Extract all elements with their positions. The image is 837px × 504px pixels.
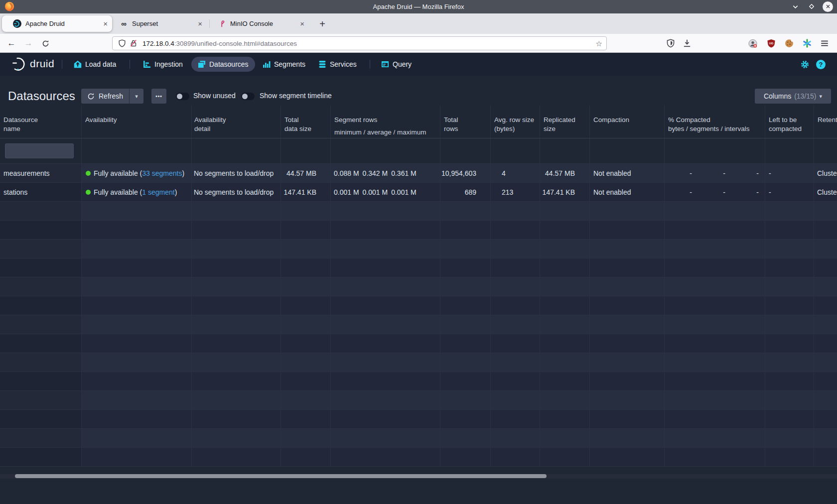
table-row-empty <box>0 221 837 240</box>
tab-minio-console[interactable]: MinIO Console × <box>211 15 309 32</box>
show-unused-label: Show unused <box>193 90 236 101</box>
horizontal-scrollbar-thumb[interactable] <box>15 474 547 478</box>
header-total-data-size[interactable]: Totaldata size <box>281 105 331 138</box>
druid-logo-icon <box>12 56 27 71</box>
cell-compaction: Not enabled <box>590 183 665 201</box>
extension-asterisk-icon[interactable] <box>803 39 812 48</box>
minio-favicon-icon <box>218 19 226 28</box>
ublock-origin-icon[interactable]: UO <box>767 39 776 48</box>
ingestion-icon <box>143 60 151 68</box>
window-close-icon[interactable] <box>823 1 833 12</box>
filter-cell <box>192 138 281 163</box>
refresh-icon <box>87 93 95 100</box>
cookie-icon[interactable] <box>785 39 794 48</box>
nav-item-label: Load data <box>85 60 116 68</box>
tab-label: Apache Druid <box>25 20 65 27</box>
cell-retention: Cluster default <box>814 183 837 201</box>
protections-shield-icon[interactable] <box>666 39 675 48</box>
table-row-empty <box>0 258 837 277</box>
nav-item-ingestion[interactable]: Ingestion <box>137 57 189 72</box>
table-row-measurements[interactable]: measurements Fully available (33 segment… <box>0 164 837 183</box>
new-tab-button[interactable]: + <box>316 17 329 30</box>
cell-availability-detail: No segments to load/drop <box>192 183 281 201</box>
datasources-icon <box>198 60 206 68</box>
cell-datasource-name[interactable]: stations <box>0 183 82 201</box>
filter-cell <box>814 138 837 163</box>
cell-replicated-size: 147.41 KB <box>540 183 590 201</box>
cell-left-to-compact: - <box>765 183 814 201</box>
filter-cell <box>540 138 590 163</box>
table-row-empty <box>0 315 837 334</box>
nav-item-datasources[interactable]: Datasources <box>191 57 255 72</box>
segments-link[interactable]: 33 segments <box>142 169 182 177</box>
more-actions-button[interactable]: ••• <box>151 89 166 104</box>
insecure-lock-icon[interactable] <box>130 39 138 47</box>
nav-item-load-data[interactable]: Load data <box>67 57 123 72</box>
settings-gear-icon[interactable] <box>800 60 810 69</box>
table-row-empty <box>0 410 837 429</box>
available-status-dot <box>86 190 91 195</box>
header-left-to-compact[interactable]: Left to becompacted <box>765 105 814 138</box>
superset-favicon-icon: ∞ <box>120 19 128 28</box>
svg-text:UO: UO <box>769 42 774 45</box>
tab-superset[interactable]: ∞ Superset × <box>113 15 207 32</box>
filter-cell <box>440 138 491 163</box>
header-compaction[interactable]: Compaction <box>590 105 665 138</box>
window-maximize-icon[interactable] <box>806 1 817 12</box>
help-icon[interactable]: ? <box>816 60 826 69</box>
back-icon[interactable]: ← <box>4 34 19 53</box>
table-row-empty <box>0 277 837 296</box>
header-replicated-size[interactable]: Replicatedsize <box>540 105 590 138</box>
window-titlebar: Apache Druid — Mozilla Firefox <box>0 0 837 13</box>
columns-button[interactable]: Columns (13/15) ▾ <box>755 89 831 104</box>
header-total-rows[interactable]: Totalrows <box>440 105 491 138</box>
header-retention[interactable]: Retention <box>814 105 837 138</box>
tab-apache-druid[interactable]: Apache Druid × <box>2 15 112 32</box>
forward-icon[interactable]: → <box>21 34 36 53</box>
datasources-table: Datasourcename Availability Availability… <box>0 105 837 474</box>
header-availability-detail[interactable]: Availabilitydetail <box>192 105 281 138</box>
header-availability[interactable]: Availability <box>82 105 192 138</box>
cell-avg-row-size: 4 <box>491 164 540 182</box>
window-minimize-icon[interactable] <box>790 1 801 12</box>
header-segment-rows[interactable]: Segment rowsminimum / average / maximum <box>331 105 440 138</box>
druid-nav-bar: druid Load data Ingestion Datasources Se… <box>0 53 837 76</box>
refresh-dropdown-button[interactable]: ▾ <box>129 89 143 104</box>
table-row-empty <box>0 448 837 467</box>
cell-segment-rows: 0.001 M0.001 M0.001 M <box>331 183 440 201</box>
filter-cell <box>281 138 331 163</box>
segments-link[interactable]: 1 segment <box>142 188 174 196</box>
account-blocked-icon[interactable] <box>748 39 757 48</box>
header-avg-row-size[interactable]: Avg. row size(bytes) <box>491 105 540 138</box>
druid-logo[interactable]: druid <box>12 56 54 71</box>
nav-item-segments[interactable]: Segments <box>256 57 312 72</box>
table-empty-rows <box>0 202 837 467</box>
nav-item-label: Ingestion <box>154 60 183 68</box>
columns-count: (13/15) <box>794 92 816 100</box>
header-datasource-name[interactable]: Datasourcename <box>0 105 82 138</box>
table-row-stations[interactable]: stations Fully available (1 segment) No … <box>0 183 837 202</box>
filter-cell <box>590 138 665 163</box>
show-segment-timeline-toggle[interactable] <box>241 93 255 100</box>
tab-close-icon[interactable]: × <box>198 20 202 27</box>
downloads-icon[interactable] <box>683 39 692 48</box>
header-pct-compacted[interactable]: % Compactedbytes / segments / intervals <box>665 105 765 138</box>
cell-replicated-size: 44.57 MB <box>540 164 590 182</box>
refresh-button[interactable]: Refresh ▾ <box>81 89 143 104</box>
url-text[interactable]: 172.18.0.4:30899/unified-console.html#da… <box>142 40 297 47</box>
nav-item-query[interactable]: Query <box>375 57 418 72</box>
menu-hamburger-icon[interactable] <box>820 39 829 48</box>
filter-cell <box>491 138 540 163</box>
cell-datasource-name[interactable]: measurements <box>0 164 82 182</box>
tracking-shield-icon[interactable] <box>118 39 126 47</box>
nav-item-services[interactable]: Services <box>312 57 363 72</box>
datasource-name-filter-input[interactable] <box>5 143 74 158</box>
bookmark-star-icon[interactable]: ☆ <box>596 39 602 48</box>
url-bar[interactable]: 172.18.0.4:30899/unified-console.html#da… <box>112 36 607 50</box>
chevron-down-icon: ▾ <box>135 93 138 100</box>
tab-close-icon[interactable]: × <box>300 20 304 27</box>
tab-close-icon[interactable]: × <box>103 20 108 27</box>
show-unused-toggle[interactable] <box>176 93 189 100</box>
cell-total-rows: 689 <box>440 183 491 201</box>
reload-icon[interactable] <box>38 34 53 53</box>
